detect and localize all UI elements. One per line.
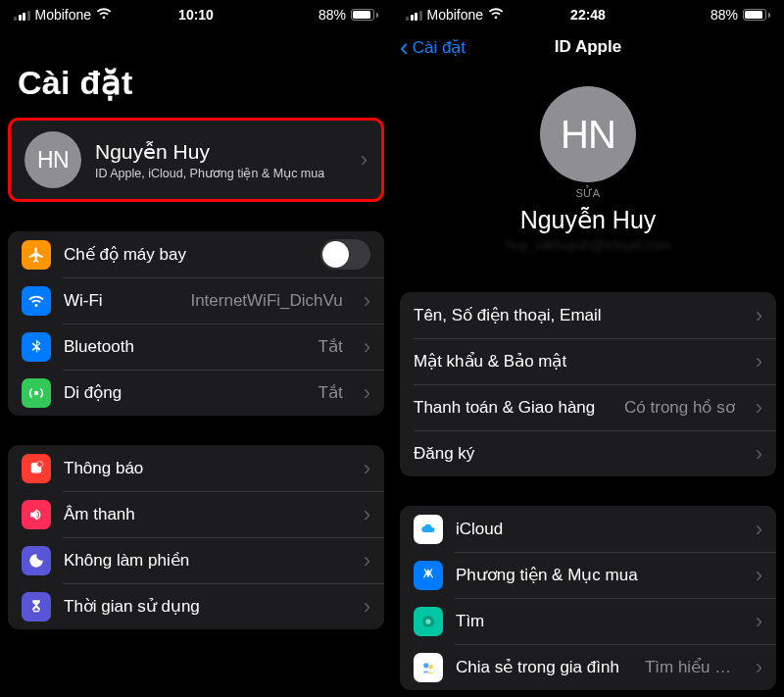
screentime-row[interactable]: Thời gian sử dụng ›	[8, 583, 384, 629]
signal-icon	[14, 10, 30, 21]
chevron-right-icon: ›	[364, 458, 370, 479]
profile-header: HN SỬA Nguyễn Huy huy_nikhuyuh@icloud.co…	[392, 69, 784, 273]
notifications-label: Thông báo	[64, 459, 143, 478]
cellular-row[interactable]: Di động Tắt ›	[8, 370, 384, 416]
family-sharing-row[interactable]: Chia sẻ trong gia đình Tìm hiểu th... ›	[400, 644, 776, 690]
profile-subtitle: ID Apple, iCloud, Phương tiện & Mục mua	[95, 166, 324, 180]
wifi-icon	[96, 7, 112, 23]
chevron-right-icon: ›	[756, 397, 762, 419]
svg-point-3	[425, 619, 430, 623]
cellular-icon	[22, 378, 51, 408]
notifications-row[interactable]: Thông báo ›	[8, 445, 384, 491]
dnd-label: Không làm phiền	[64, 550, 189, 571]
chevron-right-icon: ›	[756, 611, 762, 632]
connectivity-group: Chế độ máy bay Wi-Fi InternetWiFi_DichVu…	[8, 231, 384, 416]
cellular-label: Di động	[64, 382, 122, 403]
wifi-value: InternetWiFi_DichVu	[190, 291, 342, 311]
avatar-edit-label[interactable]: SỬA	[575, 187, 600, 200]
avatar: HN	[24, 131, 81, 188]
icloud-row[interactable]: iCloud ›	[400, 506, 776, 552]
dnd-row[interactable]: Không làm phiền ›	[8, 537, 384, 583]
svg-point-1	[37, 461, 43, 467]
chevron-right-icon: ›	[364, 550, 370, 572]
chevron-right-icon: ›	[364, 290, 370, 312]
profile-email: huy_nikhuyuh@icloud.com	[506, 237, 670, 253]
subscriptions-row[interactable]: Đăng ký ›	[400, 430, 776, 476]
cellular-value: Tắt	[318, 382, 343, 403]
bluetooth-icon	[22, 332, 51, 362]
find-my-row[interactable]: Tìm ›	[400, 598, 776, 644]
svg-point-5	[428, 665, 433, 670]
airplane-icon	[22, 240, 51, 270]
chevron-right-icon: ›	[361, 149, 368, 171]
carrier-label: Mobifone	[35, 7, 92, 23]
nav-title: ID Apple	[555, 37, 621, 57]
appstore-icon	[414, 561, 443, 590]
sounds-label: Âm thanh	[64, 505, 135, 524]
nav-bar: ‹ Cài đặt ID Apple	[392, 25, 784, 69]
battery-percent: 88%	[318, 7, 346, 23]
back-button[interactable]: ‹ Cài đặt	[400, 25, 466, 69]
chevron-right-icon: ›	[756, 519, 762, 540]
airplane-label: Chế độ máy bay	[64, 244, 186, 265]
sounds-row[interactable]: Âm thanh ›	[8, 491, 384, 537]
page-title: Cài đặt	[0, 25, 392, 118]
chevron-right-icon: ›	[756, 565, 762, 586]
wifi-icon	[22, 286, 51, 316]
back-label: Cài đặt	[413, 37, 466, 58]
battery-percent: 88%	[710, 7, 738, 23]
battery-icon	[743, 9, 770, 21]
chevron-right-icon: ›	[756, 351, 762, 373]
status-bar: Mobifone 10:10 88%	[0, 0, 392, 25]
hourglass-icon	[22, 592, 51, 622]
family-icon	[414, 653, 443, 682]
moon-icon	[22, 546, 51, 575]
bluetooth-label: Bluetooth	[64, 337, 134, 357]
screentime-label: Thời gian sử dụng	[64, 596, 200, 617]
bluetooth-value: Tắt	[318, 336, 343, 357]
media-purchases-row[interactable]: Phương tiện & Mục mua ›	[400, 552, 776, 598]
bluetooth-row[interactable]: Bluetooth Tắt ›	[8, 324, 384, 370]
chevron-right-icon: ›	[364, 382, 370, 404]
profile-name: Nguyễn Huy	[520, 206, 657, 234]
wifi-icon	[488, 7, 504, 23]
status-bar: Mobifone 22:48 88%	[392, 0, 784, 25]
chevron-right-icon: ›	[756, 443, 762, 465]
chevron-right-icon: ›	[364, 596, 370, 618]
airplane-switch[interactable]	[320, 239, 370, 270]
avatar[interactable]: HN SỬA	[540, 86, 636, 182]
chevron-right-icon: ›	[756, 657, 762, 678]
wifi-label: Wi-Fi	[64, 291, 103, 311]
apple-id-row[interactable]: HN Nguyễn Huy ID Apple, iCloud, Phương t…	[8, 118, 384, 202]
profile-name: Nguyễn Huy	[95, 140, 324, 164]
sounds-icon	[22, 500, 51, 529]
signal-icon	[406, 10, 422, 21]
settings-screen: Mobifone 10:10 88% Cài đặt HN Nguyễn Huy…	[0, 0, 392, 697]
name-phone-email-row[interactable]: Tên, Số điện thoại, Email ›	[400, 292, 776, 338]
apple-id-screen: Mobifone 22:48 88% ‹ Cài đặt ID Apple HN…	[392, 0, 784, 697]
services-group: iCloud › Phương tiện & Mục mua › Tìm › C…	[400, 506, 776, 690]
password-security-row[interactable]: Mật khẩu & Bảo mật ›	[400, 338, 776, 384]
icloud-icon	[414, 515, 443, 544]
airplane-mode-row[interactable]: Chế độ máy bay	[8, 231, 384, 277]
preferences-group: Thông báo › Âm thanh › Không làm phiền ›…	[8, 445, 384, 629]
chevron-right-icon: ›	[756, 305, 762, 326]
chevron-right-icon: ›	[364, 336, 370, 358]
account-group: Tên, Số điện thoại, Email › Mật khẩu & B…	[400, 292, 776, 476]
chevron-right-icon: ›	[364, 504, 370, 525]
notifications-icon	[22, 454, 51, 483]
battery-icon	[351, 9, 378, 21]
carrier-label: Mobifone	[427, 7, 484, 23]
findmy-icon	[414, 607, 443, 636]
chevron-left-icon: ‹	[400, 34, 409, 60]
payment-shipping-row[interactable]: Thanh toán & Giao hàng Có trong hồ sơ ›	[400, 384, 776, 430]
svg-point-4	[423, 663, 428, 668]
wifi-row[interactable]: Wi-Fi InternetWiFi_DichVu ›	[8, 277, 384, 324]
